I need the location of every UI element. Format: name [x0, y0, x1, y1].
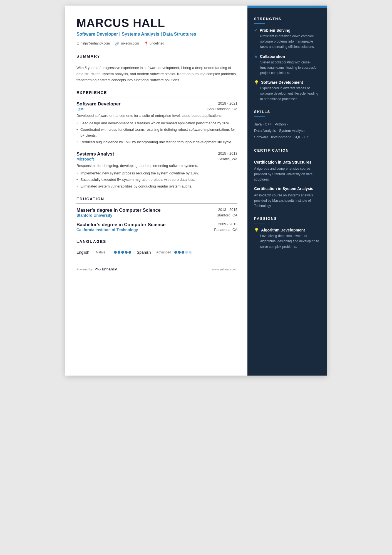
strength-title-1: Problem Solving	[260, 28, 290, 33]
edu-item-2: Bachelor's degree in Computer Science 20…	[76, 222, 237, 232]
languages-divider	[76, 246, 237, 246]
check-icon: ✔	[254, 28, 257, 33]
strength-item-3: 💡 Software Development Experienced in di…	[254, 80, 320, 102]
job-bullet-2-2: Eliminated system vulnerabilities by con…	[76, 184, 237, 189]
languages-row: English Native Spanish Advance	[76, 250, 237, 255]
summary-section: SUMMARY With 5 years of progressive expe…	[76, 54, 237, 83]
strength-item-1: ✔ Problem Solving Proficient in breaking…	[254, 28, 320, 50]
cert-title-1: Certification in Data Structures	[254, 160, 320, 165]
experience-title: EXPERIENCE	[76, 90, 237, 95]
top-accent-bar	[247, 6, 327, 8]
cert-desc-1: A rigorous and comprehensive course prov…	[254, 166, 320, 182]
skills-row-1: Java · C++ · Python ·	[254, 121, 320, 127]
dot-es-5	[189, 251, 192, 254]
resume-footer: Powered by Enhancv www.enhancv.com	[76, 263, 237, 271]
summary-title: SUMMARY	[76, 54, 237, 58]
job-header-2: Systems Analyst 2015 - 2018	[76, 151, 237, 157]
experience-section: EXPERIENCE Software Developer 2018 - 202…	[76, 90, 237, 189]
passions-title: PASSIONS	[254, 216, 320, 221]
strength-title-3: Software Development	[261, 80, 303, 85]
languages-section: LANGUAGES English Native	[76, 239, 237, 255]
footer-powered: Powered by Enhancv	[76, 267, 117, 271]
summary-divider	[76, 61, 237, 61]
enhancv-logo-svg	[95, 267, 101, 271]
edu-location-2: Pasadena, CA	[214, 228, 237, 232]
job-description-1: Developed software enhancements for a su…	[76, 113, 237, 119]
strength-header-2: ★ Collaboration	[254, 54, 320, 59]
strength-desc-3: Experienced in different stages of softw…	[254, 86, 320, 102]
lang-level-english: Native	[96, 250, 111, 254]
certification-section: CERTIFICATION Certification in Data Stru…	[254, 148, 320, 209]
candidate-title: Software Developer | Systems Analysis | …	[76, 31, 237, 37]
job-dates-2: 2015 - 2018	[218, 151, 237, 156]
job-description-2: Responsible for designing, developing, a…	[76, 163, 237, 169]
edu-location-1: Stanford, CA	[217, 213, 237, 218]
job-bullet-1-2: Reduced bug incidence by 15% by incorpor…	[76, 139, 237, 145]
cert-title-2: Certification in System Analysis	[254, 186, 320, 192]
header-section: MARCUS HALL Software Developer | Systems…	[76, 17, 237, 46]
star-icon: ★	[254, 54, 258, 59]
job-bullet-2-1: Successfully executed 5+ system migratio…	[76, 177, 237, 183]
summary-text: With 5 years of progressive experience i…	[76, 65, 237, 83]
education-section: EDUCATION Master's degree in Computer Sc…	[76, 197, 237, 232]
candidate-name: MARCUS HALL	[76, 17, 237, 29]
job-item-1: Software Developer 2018 - 2021 IBM San F…	[76, 101, 237, 145]
edu-header-2: Bachelor's degree in Computer Science 20…	[76, 222, 237, 228]
skills-row-3: Software Development · SQL · Git	[254, 134, 320, 140]
edu-dates-2: 2009 - 2013	[218, 222, 237, 226]
lang-item-spanish: Spanish Advanced	[137, 250, 192, 255]
lang-name-english: English	[76, 250, 93, 255]
brand-name: Enhancv	[102, 267, 117, 271]
edu-degree-1: Master's degree in Computer Science	[76, 208, 161, 213]
dot-es-3	[182, 251, 184, 254]
right-column: STRENGTHS ✔ Problem Solving Proficient i…	[247, 6, 327, 376]
strengths-title: STRENGTHS	[254, 17, 320, 21]
dot-en-3	[121, 251, 124, 254]
job-dates-1: 2018 - 2021	[218, 101, 237, 105]
dot-en-5	[128, 251, 131, 254]
location-icon: 📍	[144, 41, 148, 46]
email-value: help@enhancv.com	[81, 41, 110, 45]
strength-header-1: ✔ Problem Solving	[254, 28, 320, 33]
footer-url: www.enhancv.com	[212, 268, 237, 271]
job-title-2: Systems Analyst	[76, 151, 114, 157]
languages-title: LANGUAGES	[76, 239, 237, 244]
edu-degree-2: Bachelor's degree in Computer Science	[76, 222, 166, 228]
linkedin-value: linkedin.com	[120, 41, 139, 45]
enhancv-logo: Enhancv	[95, 267, 117, 271]
cert-item-1: Certification in Data Structures A rigor…	[254, 160, 320, 182]
email-contact: ⊙ help@enhancv.com	[76, 41, 110, 46]
edu-school-row-2: California Institute of Technology Pasad…	[76, 228, 237, 232]
dot-es-1	[174, 251, 177, 254]
passion-header-1: 💡 Algorithm Development	[254, 228, 320, 232]
education-title: EDUCATION	[76, 197, 237, 201]
experience-divider	[76, 97, 237, 97]
job-bullet-1-1: Coordinated with cross-functional teams …	[76, 127, 237, 139]
dot-en-2	[118, 251, 120, 254]
dot-es-2	[178, 251, 181, 254]
lang-item-english: English Native	[76, 250, 131, 255]
edu-school-1: Stanford University	[76, 213, 112, 218]
edu-header-1: Master's degree in Computer Science 2013…	[76, 208, 237, 213]
strength-item-2: ★ Collaboration Skilled at collaborating…	[254, 54, 320, 76]
job-company-1: IBM	[76, 107, 84, 111]
certification-divider	[254, 155, 265, 155]
strengths-divider	[254, 23, 265, 24]
job-bullets-1: Lead design and development of 3 feature…	[76, 120, 237, 145]
passions-divider	[254, 223, 265, 223]
education-divider	[76, 203, 237, 204]
location-value: undefined	[150, 41, 164, 45]
email-icon: ⊙	[76, 41, 80, 46]
cert-desc-2: An in-depth course on systems analysis p…	[254, 193, 320, 209]
edu-dates-1: 2013 - 2015	[218, 208, 237, 212]
bulb-icon-passion: 💡	[254, 228, 259, 232]
linkedin-contact: 🔗 linkedin.com	[115, 41, 139, 46]
strength-header-3: 💡 Software Development	[254, 80, 320, 85]
strength-desc-1: Proficient in breaking down complex soft…	[254, 34, 320, 50]
job-company-2: Microsoft	[76, 157, 94, 161]
passion-title-1: Algorithm Development	[261, 228, 305, 232]
lang-dots-english	[114, 251, 131, 254]
lang-dots-spanish	[174, 251, 192, 254]
strengths-section: STRENGTHS ✔ Problem Solving Proficient i…	[254, 17, 320, 102]
job-bullets-2: Implemented new system process reducing …	[76, 171, 237, 189]
